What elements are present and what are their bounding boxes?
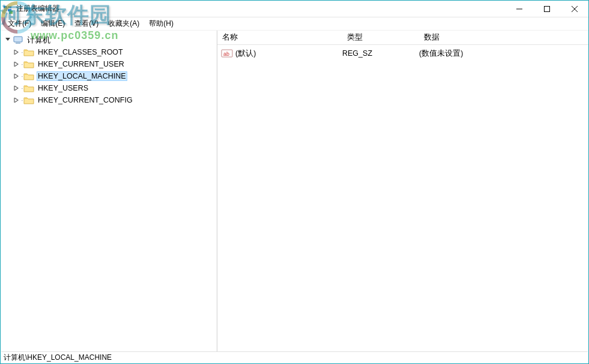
svg-rect-11 [14, 37, 22, 42]
string-value-icon: ab [221, 49, 233, 58]
expand-icon[interactable] [13, 61, 20, 68]
svg-rect-2 [8, 6, 11, 8]
expand-icon[interactable] [13, 97, 20, 104]
svg-text:ab: ab [223, 51, 229, 57]
collapse-icon[interactable] [4, 37, 11, 44]
column-type[interactable]: 类型 [342, 32, 419, 43]
tree-item[interactable]: ·HKEY_CURRENT_CONFIG [13, 94, 217, 106]
window-title: 注册表编辑器 [16, 4, 59, 14]
svg-rect-1 [4, 6, 7, 8]
menu-help[interactable]: 帮助(H) [144, 17, 178, 30]
tree-item-label[interactable]: HKEY_CURRENT_CONFIG [37, 95, 134, 105]
menu-file[interactable]: 文件(F) [3, 17, 36, 30]
tree-item-label[interactable]: HKEY_LOCAL_MACHINE [37, 71, 127, 81]
status-path: 计算机\HKEY_LOCAL_MACHINE [4, 353, 112, 363]
svg-marker-13 [14, 50, 18, 55]
expand-icon[interactable] [13, 73, 20, 80]
tree-item[interactable]: ·HKEY_CURRENT_USER [13, 58, 217, 70]
tree-root-label[interactable]: 计算机 [26, 35, 52, 46]
minimize-button[interactable] [506, 1, 533, 17]
close-button[interactable] [561, 1, 588, 17]
menu-edit[interactable]: 编辑(E) [36, 17, 70, 30]
svg-rect-3 [4, 9, 7, 11]
maximize-button[interactable] [533, 1, 561, 17]
svg-marker-14 [14, 62, 18, 67]
list-pane[interactable]: 名称 类型 数据 ab(默认)REG_SZ(数值未设置) [217, 31, 588, 353]
cell-name: (默认) [235, 49, 342, 59]
tree-item[interactable]: ·HKEY_USERS [13, 82, 217, 94]
tree-item[interactable]: ·HKEY_CLASSES_ROOT [13, 46, 217, 58]
expand-icon[interactable] [13, 85, 20, 92]
svg-rect-12 [16, 43, 20, 44]
svg-rect-7 [545, 6, 550, 11]
expand-icon[interactable] [13, 49, 20, 56]
menu-fav[interactable]: 收藏夹(A) [103, 17, 144, 30]
cell-type: REG_SZ [342, 49, 419, 58]
column-name[interactable]: 名称 [217, 32, 342, 43]
title-bar: 注册表编辑器 [1, 1, 588, 17]
svg-marker-10 [5, 38, 10, 41]
tree-pane[interactable]: 计算机 ·HKEY_CLASSES_ROOT·HKEY_CURRENT_USER… [1, 31, 217, 353]
list-header: 名称 类型 数据 [217, 31, 588, 45]
status-bar: 计算机\HKEY_LOCAL_MACHINE [1, 351, 588, 363]
tree-item[interactable]: ·HKEY_LOCAL_MACHINE [13, 70, 217, 82]
tree-item-label[interactable]: HKEY_CURRENT_USER [37, 59, 125, 69]
menu-view[interactable]: 查看(V) [70, 17, 103, 30]
computer-icon [13, 36, 23, 44]
cell-data: (数值未设置) [419, 49, 588, 59]
svg-marker-15 [14, 74, 18, 79]
list-row[interactable]: ab(默认)REG_SZ(数值未设置) [217, 47, 588, 59]
svg-marker-17 [14, 98, 18, 103]
tree-root-row[interactable]: 计算机 [4, 34, 217, 46]
tree-item-label[interactable]: HKEY_CLASSES_ROOT [37, 47, 124, 57]
column-data[interactable]: 数据 [419, 32, 588, 43]
menu-bar: 文件(F) 编辑(E) 查看(V) 收藏夹(A) 帮助(H) [1, 17, 588, 31]
app-icon [3, 4, 13, 14]
tree-item-label[interactable]: HKEY_USERS [37, 83, 89, 93]
svg-marker-16 [14, 86, 18, 91]
